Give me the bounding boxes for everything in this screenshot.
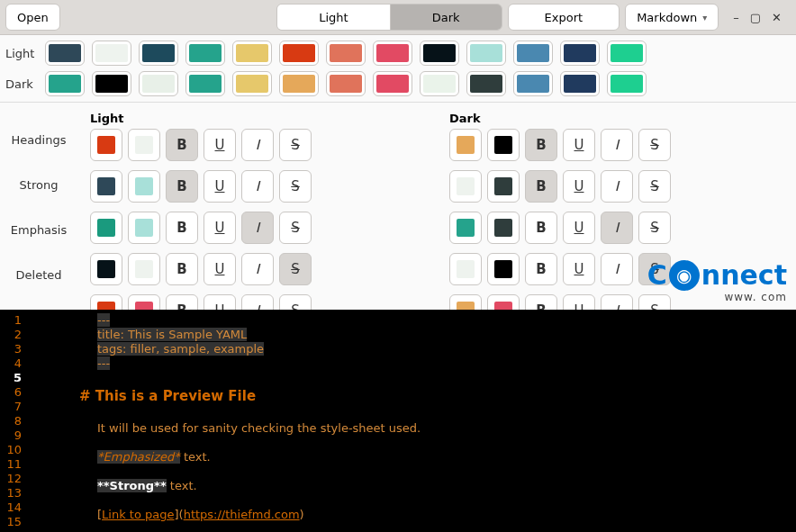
italic-toggle[interactable]: I (601, 170, 633, 203)
dark-swatch-0[interactable] (45, 71, 85, 96)
dark-swatch-12[interactable] (607, 71, 647, 96)
dark-swatch-5[interactable] (279, 71, 319, 96)
maximize-button[interactable]: ▢ (750, 11, 761, 24)
bold-toggle[interactable]: B (525, 170, 557, 203)
fg-swatch[interactable] (449, 170, 482, 203)
theme-segmented: Light Dark (276, 4, 502, 31)
fg-swatch[interactable] (90, 129, 122, 161)
dark-swatch-10[interactable] (513, 71, 553, 96)
dark-style-row-2: BUIS (449, 212, 791, 244)
underline-toggle[interactable]: U (563, 129, 595, 161)
dark-style-row-0: BUIS (449, 129, 791, 161)
bg-swatch[interactable] (128, 253, 160, 285)
italic-toggle[interactable]: I (241, 129, 274, 161)
strike-toggle[interactable]: S (638, 212, 671, 244)
bg-swatch[interactable] (128, 212, 160, 244)
bg-swatch[interactable] (487, 129, 520, 161)
code-line: --- (97, 313, 796, 328)
strike-toggle[interactable]: S (279, 253, 312, 285)
strike-toggle[interactable]: S (279, 129, 312, 161)
line-number: 2 (0, 328, 22, 342)
dark-style-row-1: BUIS (449, 170, 791, 203)
fg-swatch[interactable] (90, 253, 122, 285)
strike-toggle[interactable]: S (638, 129, 671, 161)
dark-swatch-9[interactable] (466, 71, 506, 96)
underline-toggle[interactable]: U (563, 253, 595, 285)
format-dropdown[interactable]: Markdown ▾ (625, 4, 719, 31)
palette-panel: Light Dark (0, 35, 796, 103)
light-swatch-0[interactable] (45, 41, 85, 66)
underline-toggle[interactable]: U (204, 170, 236, 203)
code-line: It will be used for sanity checking the … (97, 421, 796, 436)
dark-swatch-11[interactable] (560, 71, 600, 96)
editor[interactable]: 123456789101112131415 ---title: This is … (0, 310, 796, 532)
light-swatch-5[interactable] (279, 41, 319, 66)
dark-swatch-2[interactable] (139, 71, 178, 96)
italic-toggle[interactable]: I (601, 253, 633, 285)
underline-toggle[interactable]: U (204, 212, 236, 244)
seg-light[interactable]: Light (277, 5, 390, 30)
fg-swatch[interactable] (449, 253, 482, 285)
bold-toggle[interactable]: B (525, 253, 557, 285)
dark-swatch-8[interactable] (420, 71, 459, 96)
dark-swatch-6[interactable] (326, 71, 366, 96)
bold-toggle[interactable]: B (525, 212, 557, 244)
bold-toggle[interactable]: B (166, 253, 198, 285)
underline-toggle[interactable]: U (204, 129, 236, 161)
bg-swatch[interactable] (487, 253, 520, 285)
dark-swatch-4[interactable] (232, 71, 272, 96)
italic-toggle[interactable]: I (241, 170, 274, 203)
fg-swatch[interactable] (90, 212, 122, 244)
light-swatch-12[interactable] (607, 41, 647, 66)
italic-toggle[interactable]: I (601, 212, 633, 244)
minimize-button[interactable]: – (733, 11, 739, 24)
italic-toggle[interactable]: I (241, 253, 274, 285)
bold-toggle[interactable]: B (166, 170, 198, 203)
dark-swatch-3[interactable] (185, 71, 225, 96)
underline-toggle[interactable]: U (563, 170, 595, 203)
strike-toggle[interactable]: S (638, 170, 671, 203)
code-line: [Link to page](https://thiefmd.com) (97, 508, 796, 522)
fg-swatch[interactable] (449, 212, 482, 244)
code-line: title: This is Sample YAML (97, 328, 796, 342)
fg-swatch[interactable] (449, 129, 482, 161)
open-button[interactable]: Open (5, 4, 60, 31)
italic-toggle[interactable]: I (601, 129, 633, 161)
code-area[interactable]: ---title: This is Sample YAMLtags: fille… (27, 310, 796, 532)
dark-swatch-1[interactable] (92, 71, 131, 96)
row-label: Headings (5, 133, 72, 166)
dark-swatch-7[interactable] (373, 71, 412, 96)
light-swatch-10[interactable] (513, 41, 553, 66)
close-button[interactable]: ✕ (772, 11, 782, 24)
light-swatch-7[interactable] (373, 41, 412, 66)
bg-swatch[interactable] (128, 170, 160, 203)
line-number: 5 (0, 371, 22, 385)
fg-swatch[interactable] (90, 170, 122, 203)
bold-toggle[interactable]: B (166, 129, 198, 161)
bg-swatch[interactable] (128, 129, 160, 161)
export-button[interactable]: Export (508, 4, 620, 31)
italic-toggle[interactable]: I (241, 212, 274, 244)
seg-dark[interactable]: Dark (391, 5, 502, 30)
light-swatch-6[interactable] (326, 41, 366, 66)
underline-toggle[interactable]: U (563, 212, 595, 244)
light-swatch-8[interactable] (420, 41, 459, 66)
light-swatch-2[interactable] (139, 41, 178, 66)
light-swatch-11[interactable] (560, 41, 600, 66)
code-line (97, 522, 796, 532)
strike-toggle[interactable]: S (279, 212, 312, 244)
bg-swatch[interactable] (487, 170, 520, 203)
light-swatch-1[interactable] (92, 41, 131, 66)
watermark-logo: C◉nnect (647, 259, 787, 291)
light-swatch-9[interactable] (466, 41, 506, 66)
line-number: 9 (0, 428, 22, 443)
light-swatch-3[interactable] (185, 41, 225, 66)
bg-swatch[interactable] (487, 212, 520, 244)
strike-toggle[interactable]: S (279, 170, 312, 203)
bold-toggle[interactable]: B (525, 129, 557, 161)
light-swatch-4[interactable] (232, 41, 272, 66)
code-line: tags: filler, sample, example (97, 342, 796, 356)
row-label: Strong (5, 178, 72, 211)
underline-toggle[interactable]: U (204, 253, 236, 285)
bold-toggle[interactable]: B (166, 212, 198, 244)
